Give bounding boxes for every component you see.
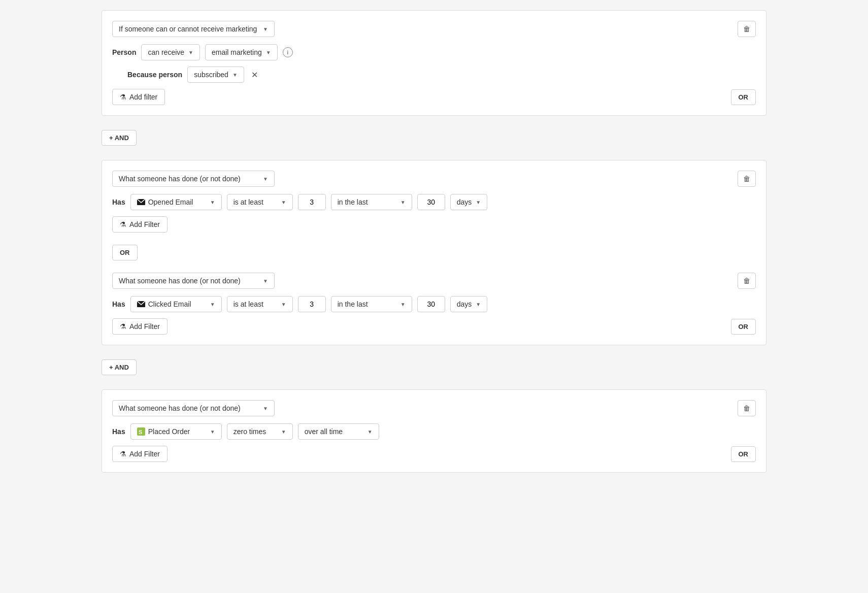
block4-or-button[interactable]: OR: [731, 446, 756, 462]
block4-condition-select[interactable]: zero times ▼: [227, 423, 293, 440]
block4-header: What someone has done (or not done) ▼ 🗑: [112, 400, 756, 416]
block3-has-label: Has: [112, 300, 125, 308]
block1-or-label: OR: [739, 93, 749, 101]
block3-add-filter-button[interactable]: ⚗ Add Filter: [112, 318, 168, 335]
block1-add-filter-button[interactable]: ⚗ Add filter: [112, 89, 165, 105]
block2-has-label: Has: [112, 198, 125, 206]
block4-has-label: Has: [112, 427, 125, 436]
block4-time-chevron: ▼: [368, 429, 373, 435]
block1-person-label: Person: [112, 48, 136, 56]
block4-condition-chevron: ▼: [281, 429, 286, 435]
block1-header: If someone can or cannot receive marketi…: [112, 21, 756, 37]
block3-main-select-chevron: ▼: [263, 278, 268, 284]
block2-add-filter-button[interactable]: ⚗ Add Filter: [112, 216, 168, 233]
block4-main-select[interactable]: What someone has done (or not done) ▼: [112, 400, 275, 416]
block2-days-input[interactable]: 30: [417, 194, 445, 210]
block4-add-filter-button[interactable]: ⚗ Add Filter: [112, 446, 168, 462]
block1-can-receive-label: can receive: [148, 48, 184, 56]
block3-event-chevron: ▼: [210, 302, 215, 307]
block1-main-select-label: If someone can or cannot receive marketi…: [119, 25, 257, 33]
and-button-1-label: + AND: [109, 134, 129, 142]
or-group-block: What someone has done (or not done) ▼ 🗑 …: [102, 160, 766, 345]
block1-email-marketing-select[interactable]: email marketing ▼: [205, 44, 278, 60]
block3-unit-select[interactable]: days ▼: [450, 296, 487, 312]
block2-main-select-chevron: ▼: [263, 176, 268, 182]
page-wrapper: If someone can or cannot receive marketi…: [102, 10, 766, 473]
block1-email-marketing-chevron: ▼: [266, 50, 271, 55]
block4-event-label: S Placed Order: [137, 427, 190, 436]
block2-time-label: in the last: [338, 198, 368, 206]
block1-subscribed-chevron: ▼: [232, 72, 238, 78]
block3-days-input[interactable]: 30: [417, 296, 445, 312]
block2-event-label: Opened Email: [137, 198, 193, 206]
block3-or-button[interactable]: OR: [731, 319, 756, 335]
block3-filter-icon: ⚗: [120, 322, 126, 331]
block1-email-marketing-label: email marketing: [212, 48, 262, 56]
block3-footer: ⚗ Add Filter OR: [112, 318, 756, 335]
block1-can-receive-chevron: ▼: [188, 50, 193, 55]
block2-time-select[interactable]: in the last ▼: [331, 194, 412, 210]
block2-condition-label: is at least: [233, 198, 263, 206]
block1-main-select[interactable]: If someone can or cannot receive marketi…: [112, 21, 275, 37]
block3-time-select[interactable]: in the last ▼: [331, 296, 412, 312]
block3-or-label: OR: [739, 323, 749, 331]
and-separator-1: + AND: [102, 123, 766, 153]
condition-block-1: If someone can or cannot receive marketi…: [102, 10, 766, 116]
block4-main-select-chevron: ▼: [263, 406, 268, 411]
block2-event-select[interactable]: Opened Email ▼: [130, 194, 222, 210]
block2-main-select-label: What someone has done (or not done): [119, 175, 241, 183]
block3-main-select[interactable]: What someone has done (or not done) ▼: [112, 273, 275, 289]
block1-person-row: Person can receive ▼ email marketing ▼ i: [112, 44, 756, 60]
info-icon: i: [283, 47, 293, 57]
and-button-1[interactable]: + AND: [102, 130, 137, 146]
condition-block-2: What someone has done (or not done) ▼ 🗑 …: [112, 171, 756, 233]
block1-delete-button[interactable]: 🗑: [738, 21, 756, 37]
block2-unit-chevron: ▼: [476, 200, 481, 205]
block2-footer: ⚗ Add Filter: [112, 216, 756, 233]
block3-unit-label: days: [457, 300, 472, 308]
block4-footer: ⚗ Add Filter OR: [112, 446, 756, 462]
block3-count-input[interactable]: 3: [298, 296, 326, 312]
block2-delete-button[interactable]: 🗑: [738, 171, 756, 187]
block2-event-chevron: ▼: [210, 200, 215, 205]
block3-event-label: Clicked Email: [137, 300, 191, 308]
block3-event-select[interactable]: Clicked Email ▼: [130, 296, 222, 312]
block2-header: What someone has done (or not done) ▼ 🗑: [112, 171, 756, 187]
or-separator-inner: OR: [112, 238, 756, 268]
block1-because-label: Because person: [127, 71, 182, 79]
block4-delete-button[interactable]: 🗑: [738, 400, 756, 416]
or-separator-button[interactable]: OR: [112, 245, 138, 260]
block1-or-button[interactable]: OR: [731, 89, 756, 105]
block2-unit-select[interactable]: days ▼: [450, 194, 487, 210]
block2-filter-row: Has Opened Email ▼ is at least ▼ 3 in th…: [112, 194, 756, 210]
email-icon: [137, 199, 145, 205]
block3-unit-chevron: ▼: [476, 302, 481, 307]
block3-delete-button[interactable]: 🗑: [738, 273, 756, 289]
or-separator-label: OR: [120, 249, 130, 256]
block1-main-select-chevron: ▼: [263, 26, 268, 32]
block4-or-label: OR: [739, 450, 749, 458]
block4-time-select[interactable]: over all time ▼: [298, 423, 379, 440]
block4-event-select[interactable]: S Placed Order ▼: [130, 423, 222, 440]
block3-filter-row: Has Clicked Email ▼ is at least ▼ 3 in t…: [112, 296, 756, 312]
block2-count-input[interactable]: 3: [298, 194, 326, 210]
block1-can-receive-select[interactable]: can receive ▼: [141, 44, 200, 60]
block3-condition-select[interactable]: is at least ▼: [227, 296, 293, 312]
block1-subscribed-label: subscribed: [194, 71, 228, 79]
block1-subscribed-select[interactable]: subscribed ▼: [187, 67, 244, 83]
block1-because-row: Because person subscribed ▼ ✕: [127, 67, 756, 83]
condition-block-3: What someone has done (or not done) ▼ 🗑 …: [112, 273, 756, 335]
block4-condition-label: zero times: [233, 427, 266, 436]
block2-main-select[interactable]: What someone has done (or not done) ▼: [112, 171, 275, 187]
block2-time-chevron: ▼: [400, 200, 406, 205]
block1-remove-because-button[interactable]: ✕: [249, 69, 260, 81]
block1-footer: ⚗ Add filter OR: [112, 89, 756, 105]
block4-main-select-label: What someone has done (or not done): [119, 404, 241, 412]
block2-condition-select[interactable]: is at least ▼: [227, 194, 293, 210]
block4-add-filter-label: Add Filter: [129, 450, 160, 458]
email-icon-2: [137, 301, 145, 307]
shopify-icon: S: [137, 427, 145, 436]
block1-add-filter-label: Add filter: [129, 93, 157, 101]
block4-filter-row: Has S Placed Order ▼ zero times ▼ over a…: [112, 423, 756, 440]
and-button-2[interactable]: + AND: [102, 359, 137, 375]
